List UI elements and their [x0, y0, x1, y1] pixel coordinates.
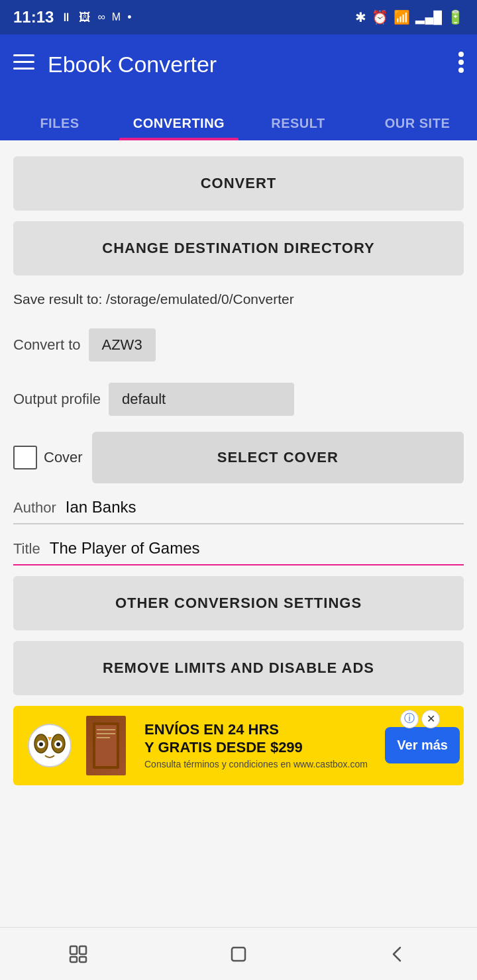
ad-sub-text: Consulta términos y condiciones en www.c…	[144, 759, 378, 769]
save-result-text: Save result to: /storage/emulated/0/Conv…	[13, 286, 464, 313]
select-cover-button[interactable]: SELECT COVER	[92, 432, 464, 483]
svg-rect-23	[232, 948, 245, 961]
author-input[interactable]	[63, 498, 464, 519]
ad-logo	[20, 716, 80, 775]
tab-bar: FILES CONVERTING RESULT OUR SITE	[0, 94, 477, 140]
svg-rect-22	[80, 957, 86, 962]
cover-label: Cover	[44, 449, 83, 466]
app-title: Ebook Converter	[48, 52, 445, 77]
ad-text: ENVÍOS EN 24 HRSY GRATIS DESDE $299 Cons…	[138, 721, 385, 769]
cover-checkbox-wrap: Cover	[13, 446, 83, 469]
svg-point-11	[39, 742, 43, 746]
signal-icon: ▂▄█	[415, 10, 442, 24]
main-content: CONVERT CHANGE DESTINATION DIRECTORY Sav…	[0, 140, 477, 871]
tab-our-site[interactable]: OUR SITE	[358, 116, 477, 140]
ad-info-icon[interactable]: ⓘ	[400, 710, 419, 728]
status-time: 11:13	[13, 8, 54, 26]
svg-rect-21	[70, 957, 77, 962]
status-left: 11:13 ⏸ 🖼 ∞ M •	[13, 8, 131, 26]
svg-point-5	[458, 68, 464, 73]
nav-back-button[interactable]	[358, 934, 437, 974]
nav-recent-button[interactable]	[40, 934, 119, 974]
title-row: Title	[13, 539, 464, 565]
author-row: Author	[13, 498, 464, 524]
convert-to-value[interactable]: AZW3	[89, 328, 156, 362]
tab-result[interactable]: RESULT	[238, 116, 358, 140]
ad-banner: ENVÍOS EN 24 HRSY GRATIS DESDE $299 Cons…	[13, 706, 464, 785]
voicemail-icon: ∞	[97, 11, 105, 23]
convert-to-label: Convert to	[13, 336, 81, 354]
svg-point-4	[458, 60, 464, 65]
svg-rect-16	[97, 729, 115, 730]
nav-home-button[interactable]	[199, 934, 278, 974]
ad-cta-button[interactable]: Ver más	[385, 727, 460, 763]
dot-icon: •	[127, 11, 131, 24]
status-bar: 11:13 ⏸ 🖼 ∞ M • ✱ ⏰ 📶 ▂▄█ 🔋	[0, 0, 477, 34]
svg-rect-19	[70, 946, 77, 954]
title-input[interactable]	[47, 539, 464, 560]
svg-rect-1	[13, 61, 34, 63]
svg-point-12	[56, 742, 60, 746]
pause-icon: ⏸	[60, 11, 72, 24]
title-label: Title	[13, 540, 47, 560]
remove-limits-button[interactable]: REMOVE LIMITS AND DISABLE ADS	[13, 641, 464, 695]
svg-point-3	[458, 52, 464, 57]
menu-button[interactable]	[13, 54, 34, 75]
battery-icon: 🔋	[447, 9, 464, 25]
output-profile-label: Output profile	[13, 391, 101, 408]
bluetooth-icon: ✱	[355, 9, 366, 25]
other-settings-button[interactable]: OTHER CONVERSION SETTINGS	[13, 576, 464, 630]
svg-rect-2	[13, 68, 34, 70]
cover-checkbox[interactable]	[13, 446, 37, 469]
output-profile-value[interactable]: default	[109, 383, 294, 416]
status-right: ✱ ⏰ 📶 ▂▄█ 🔋	[355, 9, 464, 25]
convert-button[interactable]: CONVERT	[13, 156, 464, 211]
wifi-icon: 📶	[394, 9, 410, 25]
app-bar: Ebook Converter	[0, 34, 477, 94]
ad-main-text: ENVÍOS EN 24 HRSY GRATIS DESDE $299	[144, 721, 378, 756]
ad-book-image	[86, 716, 126, 775]
gmail-icon: M	[112, 11, 121, 23]
bottom-nav	[0, 927, 477, 980]
svg-rect-15	[95, 725, 117, 766]
ad-close-button[interactable]: ✕	[421, 710, 440, 728]
tab-files[interactable]: FILES	[0, 116, 119, 140]
more-button[interactable]	[458, 52, 464, 77]
image-icon: 🖼	[79, 11, 91, 24]
change-destination-button[interactable]: CHANGE DESTINATION DIRECTORY	[13, 221, 464, 275]
cover-row: Cover SELECT COVER	[13, 432, 464, 483]
alarm-icon: ⏰	[372, 9, 388, 25]
output-profile-row: Output profile default	[13, 377, 464, 421]
svg-rect-0	[13, 54, 34, 56]
svg-rect-17	[97, 733, 115, 734]
svg-rect-18	[97, 737, 110, 738]
convert-to-row: Convert to AZW3	[13, 323, 464, 367]
author-label: Author	[13, 499, 63, 519]
tab-converting[interactable]: CONVERTING	[119, 116, 238, 140]
svg-rect-20	[80, 946, 86, 954]
